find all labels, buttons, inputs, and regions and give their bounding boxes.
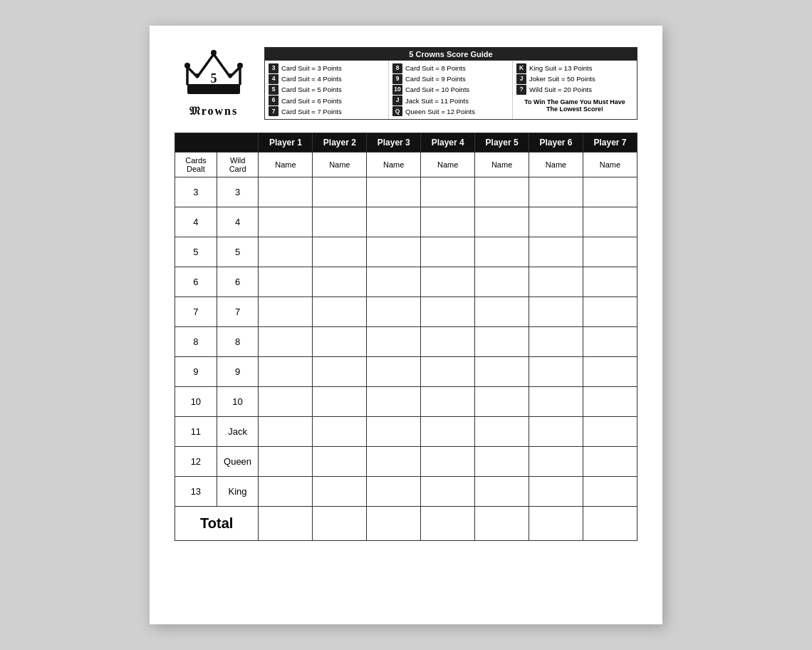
player7-score[interactable] xyxy=(583,296,637,326)
score-row: 3Card Suit = 3 Points xyxy=(269,63,385,73)
player5-score[interactable] xyxy=(475,207,529,237)
player5-score[interactable] xyxy=(475,267,529,296)
badge-6: 6 xyxy=(269,96,279,105)
score-row: JJoker Suit = 50 Points xyxy=(516,73,633,84)
player4-score[interactable] xyxy=(421,237,475,267)
subhead-name-7: Name xyxy=(583,152,637,177)
player7-score[interactable] xyxy=(583,326,637,356)
player5-score[interactable] xyxy=(475,326,529,356)
table-row: 9 9 xyxy=(175,356,637,386)
player4-total[interactable] xyxy=(421,506,475,540)
player2-score[interactable] xyxy=(313,446,367,476)
player6-score[interactable] xyxy=(529,416,583,446)
player6-score[interactable] xyxy=(529,207,583,237)
player7-score[interactable] xyxy=(583,416,637,446)
player3-score[interactable] xyxy=(367,356,421,386)
player7-score[interactable] xyxy=(583,356,637,386)
player4-score[interactable] xyxy=(421,267,475,296)
player7-total[interactable] xyxy=(583,506,637,540)
player4-score[interactable] xyxy=(421,476,475,506)
player1-score[interactable] xyxy=(259,446,313,476)
player7-score[interactable] xyxy=(583,267,637,296)
player4-score[interactable] xyxy=(421,207,475,237)
player2-score[interactable] xyxy=(313,476,367,506)
player4-score[interactable] xyxy=(421,326,475,356)
player1-score[interactable] xyxy=(259,326,313,356)
player3-score[interactable] xyxy=(367,446,421,476)
badge-7: 7 xyxy=(269,106,279,116)
player4-score[interactable] xyxy=(421,416,475,446)
player7-score[interactable] xyxy=(583,386,637,416)
table-row: 3 3 xyxy=(175,177,637,207)
player2-score[interactable] xyxy=(313,267,367,296)
player1-score[interactable] xyxy=(259,356,313,386)
player3-score[interactable] xyxy=(367,386,421,416)
player5-score[interactable] xyxy=(475,177,529,207)
player7-score[interactable] xyxy=(583,476,637,506)
player6-score[interactable] xyxy=(529,386,583,416)
player7-score[interactable] xyxy=(583,177,637,207)
player3-score[interactable] xyxy=(367,237,421,267)
player2-total[interactable] xyxy=(313,506,367,540)
player7-score[interactable] xyxy=(583,207,637,237)
player1-score[interactable] xyxy=(259,416,313,446)
svg-point-2 xyxy=(184,63,190,68)
player6-score[interactable] xyxy=(529,267,583,296)
player2-score[interactable] xyxy=(313,356,367,386)
player1-score[interactable] xyxy=(259,386,313,416)
player2-score[interactable] xyxy=(313,296,367,326)
player3-score[interactable] xyxy=(367,326,421,356)
player3-score[interactable] xyxy=(367,177,421,207)
player2-score[interactable] xyxy=(313,326,367,356)
player3-total[interactable] xyxy=(367,506,421,540)
svg-point-3 xyxy=(237,63,243,68)
player1-score[interactable] xyxy=(259,296,313,326)
player1-score[interactable] xyxy=(259,207,313,237)
player7-score[interactable] xyxy=(583,446,637,476)
player4-score[interactable] xyxy=(421,177,475,207)
player6-score[interactable] xyxy=(529,296,583,326)
player5-score[interactable] xyxy=(475,296,529,326)
player5-score[interactable] xyxy=(475,416,529,446)
player6-total[interactable] xyxy=(529,506,583,540)
player3-score[interactable] xyxy=(367,296,421,326)
player6-score[interactable] xyxy=(529,177,583,207)
badge-5: 5 xyxy=(269,85,279,95)
player4-score[interactable] xyxy=(421,356,475,386)
player3-score[interactable] xyxy=(367,207,421,237)
table-row: 11 Jack xyxy=(175,416,637,446)
player5-score[interactable] xyxy=(475,237,529,267)
player2-score[interactable] xyxy=(313,177,367,207)
player2-score[interactable] xyxy=(313,416,367,446)
player1-total[interactable] xyxy=(259,506,313,540)
player2-score[interactable] xyxy=(313,386,367,416)
badge-joker: J xyxy=(516,74,526,84)
player2-score[interactable] xyxy=(313,207,367,237)
player3-score[interactable] xyxy=(367,476,421,506)
player7-score[interactable] xyxy=(583,237,637,267)
player5-score[interactable] xyxy=(475,386,529,416)
player1-score[interactable] xyxy=(259,177,313,207)
player6-score[interactable] xyxy=(529,326,583,356)
player1-score[interactable] xyxy=(259,476,313,506)
player4-score[interactable] xyxy=(421,296,475,326)
player4-score[interactable] xyxy=(421,446,475,476)
player6-score[interactable] xyxy=(529,446,583,476)
cards-dealt-cell: 7 xyxy=(175,296,217,326)
player3-score[interactable] xyxy=(367,267,421,296)
table-row: 10 10 xyxy=(175,386,637,416)
wild-card-cell: 8 xyxy=(217,326,259,356)
player5-score[interactable] xyxy=(475,446,529,476)
player6-score[interactable] xyxy=(529,476,583,506)
player3-score[interactable] xyxy=(367,416,421,446)
player2-score[interactable] xyxy=(313,237,367,267)
player5-score[interactable] xyxy=(475,476,529,506)
table-row: 13 King xyxy=(175,476,637,506)
player4-score[interactable] xyxy=(421,386,475,416)
player5-total[interactable] xyxy=(475,506,529,540)
player6-score[interactable] xyxy=(529,356,583,386)
player1-score[interactable] xyxy=(259,237,313,267)
player5-score[interactable] xyxy=(475,356,529,386)
player6-score[interactable] xyxy=(529,237,583,267)
player1-score[interactable] xyxy=(259,267,313,296)
